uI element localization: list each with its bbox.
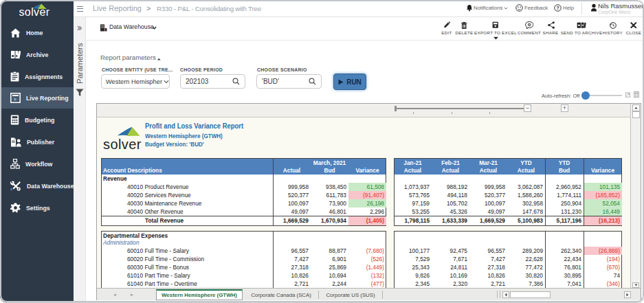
- svg-text:?: ?: [556, 5, 559, 10]
